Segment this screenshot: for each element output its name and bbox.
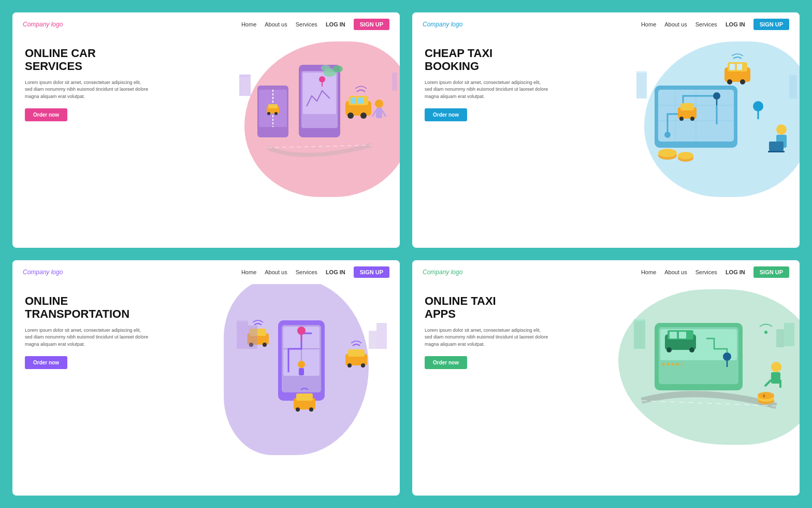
svg-point-66 — [297, 327, 306, 335]
svg-rect-69 — [299, 368, 304, 375]
nav-about-4[interactable]: About us — [664, 269, 687, 275]
svg-rect-22 — [239, 75, 251, 96]
btn-login-4[interactable]: LOG IN — [726, 269, 745, 275]
svg-rect-19 — [376, 108, 382, 118]
svg-point-68 — [298, 361, 305, 368]
svg-point-46 — [727, 79, 732, 84]
svg-rect-75 — [348, 349, 365, 357]
hero-title-4: ONLINE TAXIAPPS — [425, 294, 549, 321]
svg-line-20 — [372, 110, 376, 117]
content-area-2: CHEAP TAXIBOOKING Lorem ipsum dolor sit … — [412, 36, 800, 248]
company-logo-2: Company logo — [423, 21, 462, 28]
svg-rect-92 — [670, 332, 677, 338]
hero-desc-1: Lorem ipsum dolor sit amet, consectetuer… — [25, 79, 149, 101]
btn-signup-3[interactable]: SIGN UP — [354, 266, 389, 278]
card-cheap-taxi-booking: Company logo Home About us Services LOG … — [412, 12, 800, 248]
hero-desc-4: Lorem ipsum dolor sit amet, consectetuer… — [425, 327, 549, 348]
svg-point-106 — [758, 392, 774, 399]
navbar-1: Company logo Home About us Services LOG … — [12, 12, 400, 36]
svg-point-35 — [664, 132, 671, 138]
card-online-car-services: Company logo Home About us Services LOG … — [12, 12, 400, 248]
nav-about-3[interactable]: About us — [265, 269, 287, 275]
nav-home-1[interactable]: Home — [241, 21, 256, 27]
svg-point-10 — [319, 76, 325, 82]
svg-rect-60 — [789, 75, 797, 98]
hero-title-1: ONLINE CARSERVICES — [25, 47, 149, 73]
nav-services-2[interactable]: Services — [695, 21, 717, 27]
company-logo-1: Company logo — [23, 21, 63, 28]
btn-login-1[interactable]: LOG IN — [326, 21, 345, 27]
svg-text:$: $ — [763, 393, 765, 398]
card-online-transportation: Company logo Home About us Services LOG … — [12, 260, 400, 496]
svg-rect-109 — [634, 319, 645, 322]
nav-home-3[interactable]: Home — [241, 269, 256, 275]
svg-rect-108 — [634, 320, 645, 349]
svg-point-47 — [740, 79, 745, 84]
svg-point-26 — [332, 65, 343, 73]
content-area-1: ONLINE CARSERVICES Lorem ipsum dolor sit… — [12, 36, 400, 248]
nav-home-4[interactable]: Home — [641, 269, 656, 275]
illustration-1 — [226, 44, 397, 184]
btn-order-1[interactable]: Order now — [25, 108, 67, 121]
svg-point-80 — [296, 407, 300, 412]
svg-rect-59 — [636, 71, 647, 74]
nav-about-2[interactable]: About us — [664, 21, 687, 27]
btn-order-3[interactable]: Order now — [25, 356, 67, 369]
svg-point-112 — [764, 331, 767, 334]
svg-rect-53 — [768, 151, 785, 152]
btn-signup-1[interactable]: SIGN UP — [354, 19, 389, 30]
navbar-2: Company logo Home About us Services LOG … — [412, 12, 800, 36]
svg-point-18 — [375, 100, 383, 108]
svg-rect-14 — [351, 97, 356, 104]
svg-line-21 — [382, 110, 386, 117]
svg-rect-110 — [784, 323, 794, 346]
nav-services-1[interactable]: Services — [296, 21, 317, 27]
svg-point-6 — [274, 112, 278, 115]
svg-rect-83 — [237, 319, 248, 322]
svg-line-102 — [765, 380, 771, 386]
svg-point-57 — [678, 152, 693, 159]
illustration-4: ★★★★☆ $ — [626, 292, 797, 432]
svg-point-96 — [723, 352, 731, 361]
svg-rect-4 — [268, 104, 278, 108]
svg-point-81 — [309, 407, 313, 412]
svg-rect-111 — [776, 329, 784, 347]
nav-about-1[interactable]: About us — [265, 21, 287, 27]
svg-rect-86 — [369, 331, 376, 349]
svg-point-76 — [347, 363, 352, 368]
hero-desc-3: Lorem ipsum dolor sit amet, consectetuer… — [25, 327, 149, 348]
svg-rect-52 — [769, 142, 784, 151]
btn-login-2[interactable]: LOG IN — [726, 21, 745, 27]
hero-title-2: CHEAP TAXIBOOKING — [425, 47, 549, 73]
hero-text-4: ONLINE TAXIAPPS Lorem ipsum dolor sit am… — [425, 294, 549, 369]
nav-links-3: Home About us Services LOG IN SIGN UP — [241, 266, 389, 278]
nav-services-4[interactable]: Services — [695, 269, 717, 275]
content-area-3: ONLINETRANSPORTATION Lorem ipsum dolor s… — [12, 284, 400, 496]
svg-rect-23 — [239, 74, 251, 77]
illustration-2 — [626, 44, 797, 184]
svg-point-40 — [679, 117, 684, 121]
nav-home-2[interactable]: Home — [641, 21, 656, 27]
svg-rect-79 — [296, 393, 313, 401]
btn-login-3[interactable]: LOG IN — [326, 269, 345, 275]
svg-point-27 — [321, 65, 330, 71]
btn-signup-4[interactable]: SIGN UP — [753, 266, 789, 278]
svg-point-100 — [771, 362, 781, 372]
svg-rect-84 — [248, 326, 257, 349]
svg-rect-39 — [680, 103, 694, 110]
svg-rect-15 — [358, 97, 363, 104]
nav-links-1: Home About us Services LOG IN SIGN UP — [241, 19, 389, 30]
svg-point-41 — [690, 117, 694, 121]
nav-services-3[interactable]: Services — [296, 269, 317, 275]
content-area-4: ONLINE TAXIAPPS Lorem ipsum dolor sit am… — [412, 284, 800, 496]
btn-order-2[interactable]: Order now — [425, 108, 467, 121]
btn-order-4[interactable]: Order now — [425, 356, 467, 369]
nav-links-2: Home About us Services LOG IN SIGN UP — [641, 19, 789, 30]
navbar-3: Company logo Home About us Services LOG … — [12, 260, 400, 284]
svg-rect-24 — [392, 73, 397, 91]
card-online-taxi-apps: Company logo Home About us Services LOG … — [412, 260, 800, 496]
svg-point-95 — [689, 347, 694, 352]
svg-point-50 — [776, 124, 787, 135]
hero-text-3: ONLINETRANSPORTATION Lorem ipsum dolor s… — [25, 294, 149, 369]
btn-signup-2[interactable]: SIGN UP — [753, 19, 789, 30]
